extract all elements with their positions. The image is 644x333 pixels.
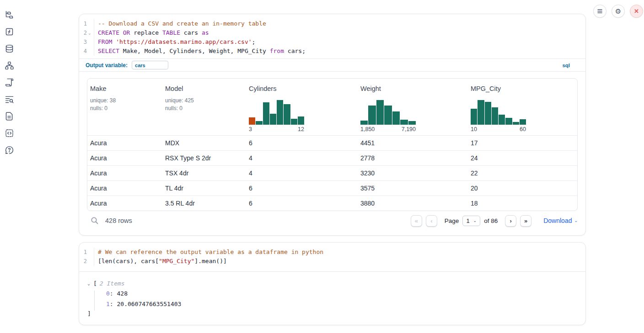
open-bracket: [ <box>93 280 97 287</box>
tree-entry: 0: 428 <box>87 289 577 298</box>
column-header-model[interactable]: Model unique: 425nulls: 0 <box>162 79 246 135</box>
cell-model: TSX 4dr <box>162 166 246 180</box>
axis-max: 60 <box>520 126 526 132</box>
axis-max: 12 <box>298 126 304 132</box>
cell-model: RSX Type S 2dr <box>162 151 246 165</box>
language-badge[interactable]: sql <box>562 63 570 68</box>
histogram-bar <box>485 102 491 125</box>
download-button[interactable]: Download ⌄ <box>543 217 578 224</box>
column-header-mpg-city[interactable]: MPG_City 1060 <box>468 79 577 135</box>
shutdown-button[interactable]: ✕ <box>630 5 643 18</box>
cell-weight: 3230 <box>358 166 468 180</box>
code-text: SELECT Make, Model, Cylinders, Weight, M… <box>94 47 306 56</box>
histogram-bar <box>505 118 512 125</box>
code-line: 2 [len(cars), cars["MPG_City"].mean()] <box>79 257 585 266</box>
first-page-button[interactable]: « <box>411 215 422 227</box>
cell-cylinders: 6 <box>246 136 358 150</box>
network-icon <box>5 61 14 70</box>
marimo-notebook: ⚙ ✕ <box>0 0 644 333</box>
search-icon[interactable] <box>91 217 99 225</box>
cell-cylinders: 6 <box>246 181 358 196</box>
last-page-button[interactable]: » <box>520 215 531 227</box>
sidebar-item-datasources[interactable] <box>4 43 15 54</box>
code-line: 4 SELECT Make, Model, Cylinders, Weight,… <box>79 47 585 56</box>
mpg-city-histogram: 1060 <box>471 100 526 132</box>
cell-mpg-city: 17 <box>468 136 577 150</box>
output-variable-input[interactable] <box>132 61 168 69</box>
column-header-cylinders[interactable]: Cylinders 312 <box>246 79 358 135</box>
histogram-bar <box>368 106 376 125</box>
cell-weight: 2778 <box>358 151 468 165</box>
collapse-chevron-icon[interactable]: ⌄ <box>87 281 93 286</box>
sidebar-item-file-explorer[interactable] <box>4 10 15 20</box>
sidebar-item-logs[interactable] <box>4 77 15 88</box>
code-text: CREATE OR replace TABLE cars as <box>94 28 209 37</box>
output-variable-row: Output variable: sql <box>79 58 585 72</box>
code-line: 1 -- Download a CSV and create an in-mem… <box>79 19 585 28</box>
sql-code-editor[interactable]: 1 -- Download a CSV and create an in-mem… <box>79 14 585 58</box>
page-label: Page <box>445 217 459 224</box>
cell-mpg-city: 18 <box>468 196 577 211</box>
gear-icon: ⚙ <box>615 8 621 15</box>
sidebar <box>4 10 15 155</box>
table-header-row: Make unique: 38nulls: 0 Model unique: 42… <box>87 79 577 135</box>
entry-index: 0 <box>106 290 110 297</box>
cell-weight: 3880 <box>358 196 468 211</box>
code-line: 2⌄ CREATE OR replace TABLE cars as <box>79 28 585 37</box>
column-header-make[interactable]: Make unique: 38nulls: 0 <box>87 79 162 135</box>
column-header-weight[interactable]: Weight 1,8507,190 <box>358 79 468 135</box>
sidebar-item-table-of-contents[interactable] <box>4 94 15 105</box>
close-icon: ✕ <box>634 8 639 14</box>
cell-mpg-city: 24 <box>468 151 577 165</box>
histogram-bar <box>400 120 408 125</box>
prev-page-button[interactable]: ‹ <box>426 215 437 227</box>
column-stat: nulls: 0 <box>90 105 161 112</box>
column-stat: unique: 38 <box>90 97 161 105</box>
sidebar-item-help[interactable] <box>4 145 15 155</box>
python-code-editor[interactable]: 1 # We can reference the output variable… <box>79 243 585 271</box>
histogram-bar <box>284 104 290 125</box>
menu-button[interactable] <box>593 5 606 18</box>
page-select[interactable]: 1 ⌄ <box>462 216 480 226</box>
python-cell: 1 # We can reference the output variable… <box>79 242 586 325</box>
entry-value: 428 <box>117 290 127 297</box>
fold-chevron-icon[interactable]: ⌄ <box>88 28 92 37</box>
cell-mpg-city: 22 <box>468 166 577 180</box>
histogram-bar <box>277 100 283 125</box>
sidebar-item-documentation[interactable] <box>4 111 15 122</box>
cell-cylinders: 6 <box>246 196 358 211</box>
sidebar-item-dependency-graph[interactable] <box>4 60 15 71</box>
line-number: 1 <box>84 19 88 28</box>
sql-cell: 1 -- Download a CSV and create an in-mem… <box>79 14 586 236</box>
histogram-bar <box>298 116 304 125</box>
close-bracket: ] <box>87 309 577 318</box>
column-stat: unique: 425 <box>165 97 244 105</box>
cell-mpg-city: 20 <box>468 181 577 196</box>
weight-histogram: 1,8507,190 <box>360 100 416 132</box>
code-text: # We can reference the output variable a… <box>94 248 323 257</box>
scroll-icon <box>5 78 14 87</box>
cell-weight: 3575 <box>358 181 468 196</box>
tree-entry: 1: 20.060747663551403 <box>87 300 577 309</box>
histogram-bar <box>376 100 384 125</box>
cell-make: Acura <box>87 166 162 180</box>
chevron-down-icon: ⌄ <box>574 218 578 223</box>
cell-weight: 4451 <box>358 136 468 150</box>
cell-cylinders: 4 <box>246 151 358 165</box>
table-footer: 428 rows « ‹ Page 1 ⌄ of 86 › » Download… <box>87 211 578 230</box>
python-result-tree: ⌄ [ 2 Items 0: 428 1: 20.060747663551403… <box>79 272 585 318</box>
entry-value: 20.060747663551403 <box>117 301 181 307</box>
sidebar-item-variables[interactable] <box>4 26 15 37</box>
sidebar-item-snippets[interactable] <box>4 128 15 138</box>
code-text: [len(cars), cars["MPG_City"].mean()] <box>94 257 227 266</box>
histogram-bar <box>471 109 477 125</box>
page-total: of 86 <box>484 217 498 224</box>
column-stat: nulls: 0 <box>165 105 244 112</box>
settings-button[interactable]: ⚙ <box>612 5 625 18</box>
table-row: Acura RSX Type S 2dr 4 2778 24 <box>87 150 577 165</box>
help-bubble-icon <box>5 145 14 155</box>
line-number: 1 <box>84 248 88 257</box>
code-square-icon <box>5 128 14 138</box>
next-page-button[interactable]: › <box>505 215 516 227</box>
cell-model: MDX <box>162 136 246 150</box>
